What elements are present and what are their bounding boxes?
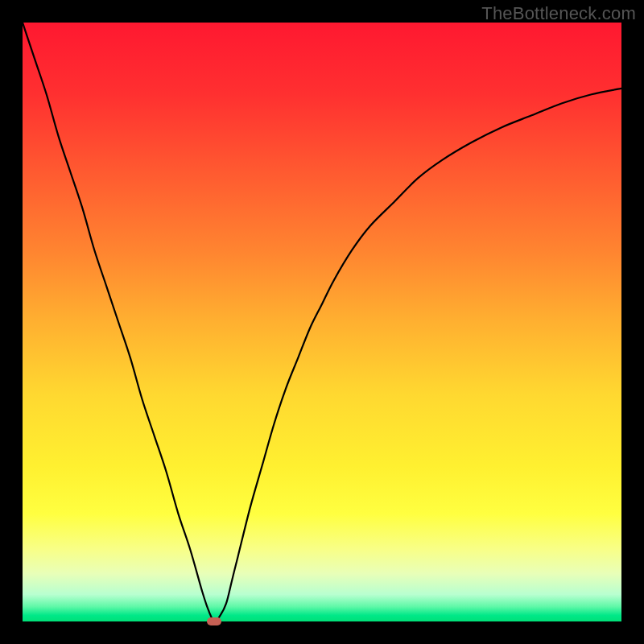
optimal-point-marker: [207, 617, 221, 625]
curve-layer: [23, 23, 621, 621]
chart-frame: TheBottleneck.com: [0, 0, 644, 644]
bottleneck-curve: [23, 23, 621, 621]
plot-area: [23, 23, 621, 621]
watermark-text: TheBottleneck.com: [481, 3, 636, 24]
